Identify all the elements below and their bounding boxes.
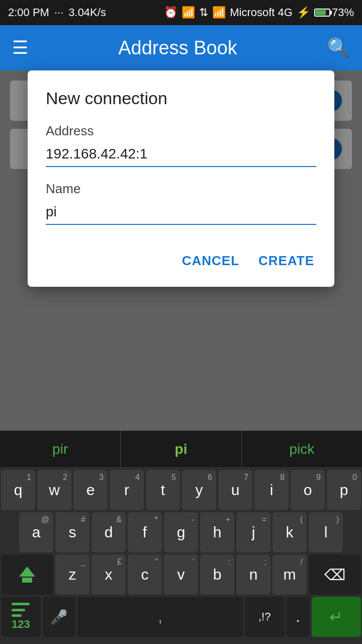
key-m[interactable]: /m	[273, 554, 307, 595]
keyboard: pir pi pick 1q 2w 3e 4r 5t 6y 7u 8i 9o 0…	[0, 431, 362, 644]
time: 2:00 PM	[8, 6, 49, 19]
key-j[interactable]: =j	[236, 512, 270, 552]
key-z[interactable]: _z	[55, 554, 89, 595]
new-connection-dialog: New connection Address Name CANCEL CREAT…	[28, 70, 334, 287]
keyboard-suggestions: pir pi pick	[0, 431, 362, 468]
data-icon: ⇅	[199, 6, 208, 19]
key-a[interactable]: @a	[19, 512, 53, 552]
enter-key[interactable]: ↵	[312, 597, 361, 637]
name-input[interactable]	[46, 201, 316, 225]
bolt-icon: ⚡	[297, 6, 310, 19]
network-speed-value: 3.04K/s	[68, 6, 106, 19]
status-bar: 2:00 PM ··· 3.04K/s ⏰ 📶 ⇅ 📶 Microsoft 4G…	[0, 0, 362, 25]
key-r[interactable]: 4r	[110, 470, 144, 510]
key-b[interactable]: :b	[200, 554, 234, 595]
sym2-key[interactable]: ,!?	[245, 597, 285, 637]
alarm-icon: ⏰	[164, 6, 177, 19]
create-button[interactable]: CREATE	[256, 249, 316, 273]
key-k[interactable]: (k	[273, 512, 307, 552]
key-i[interactable]: 8i	[254, 470, 289, 510]
address-input[interactable]	[46, 143, 316, 167]
keyboard-row-3: _z £x "c 'v :b ;n /m ⌫	[1, 554, 361, 595]
key-v[interactable]: 'v	[164, 554, 198, 595]
key-h[interactable]: +h	[200, 512, 234, 552]
suggestion-pi[interactable]: pi	[121, 431, 241, 467]
key-x[interactable]: £x	[92, 554, 126, 595]
suggestion-pick[interactable]: pick	[242, 431, 362, 467]
shift-key[interactable]	[1, 554, 53, 595]
suggestion-pir[interactable]: pir	[0, 431, 121, 467]
key-g[interactable]: -g	[164, 512, 198, 552]
space-key[interactable]: ,	[77, 597, 242, 637]
dialog-title: New connection	[46, 89, 316, 108]
mic-key[interactable]: 🎤	[43, 597, 76, 637]
period-key[interactable]: .	[287, 597, 310, 637]
key-w[interactable]: 2w	[37, 470, 71, 510]
cancel-button[interactable]: CANCEL	[180, 249, 241, 273]
key-f[interactable]: *f	[128, 512, 162, 552]
menu-icon[interactable]: ☰	[10, 35, 30, 60]
key-t[interactable]: 5t	[146, 470, 180, 510]
wifi-icon: 📶	[182, 6, 195, 19]
battery-percent: 73%	[332, 6, 354, 19]
key-l[interactable]: )l	[309, 512, 343, 552]
key-y[interactable]: 6y	[182, 470, 216, 510]
key-q[interactable]: 1q	[1, 470, 35, 510]
page-title: Address Book	[118, 37, 237, 59]
address-label: Address	[46, 123, 316, 139]
search-icon[interactable]: 🔍	[325, 35, 352, 60]
app-bar: ☰ Address Book 🔍	[0, 25, 362, 70]
keyboard-row-4: 123 🎤 , ,!? . ↵	[1, 597, 361, 640]
signal-icon: 📶	[212, 6, 226, 19]
dialog-actions: CANCEL CREATE	[46, 249, 316, 273]
key-u[interactable]: 7u	[218, 470, 252, 510]
keyboard-rows: 1q 2w 3e 4r 5t 6y 7u 8i 9o 0p @a #s &d *…	[0, 468, 362, 644]
network-speed: ···	[54, 6, 63, 19]
sym-key[interactable]: 123	[1, 597, 41, 637]
key-c[interactable]: "c	[128, 554, 162, 595]
backspace-key[interactable]: ⌫	[309, 554, 361, 595]
battery: 73%	[314, 6, 354, 19]
key-d[interactable]: &d	[92, 512, 126, 552]
key-o[interactable]: 9o	[291, 470, 325, 510]
keyboard-row-2: @a #s &d *f -g +h =j (k )l	[1, 512, 361, 552]
key-p[interactable]: 0p	[327, 470, 361, 510]
name-label: Name	[46, 181, 316, 197]
key-e[interactable]: 3e	[73, 470, 108, 510]
keyboard-row-1: 1q 2w 3e 4r 5t 6y 7u 8i 9o 0p	[1, 470, 361, 510]
key-n[interactable]: ;n	[236, 554, 270, 595]
carrier-label: Microsoft 4G	[230, 6, 293, 19]
key-s[interactable]: #s	[55, 512, 89, 552]
